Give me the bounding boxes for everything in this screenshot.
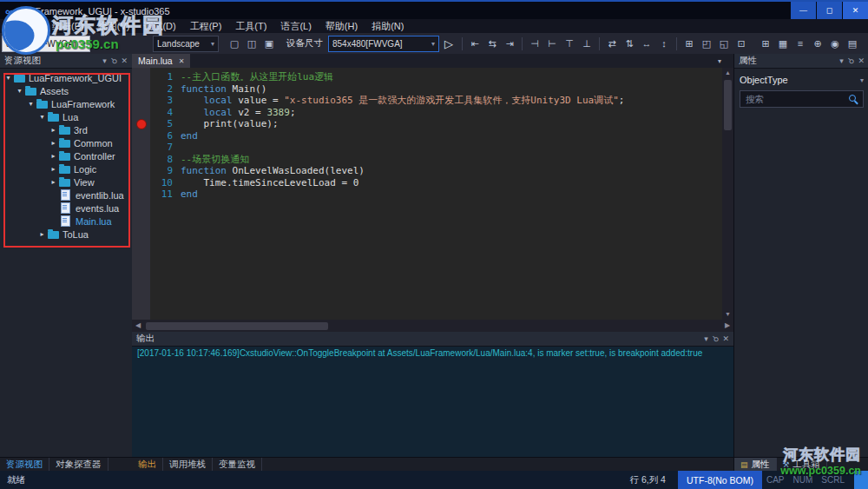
tree-item[interactable]: ▾LuaFramework_UGUI (0, 71, 132, 84)
chevron-right-icon[interactable]: ▸ (49, 165, 58, 173)
minimize-button[interactable]: — (791, 2, 816, 19)
run-button[interactable]: ▷ (444, 37, 453, 50)
pin-icon[interactable]: ⚲ (845, 56, 856, 66)
reset-size-icon[interactable]: ⊡ (733, 36, 750, 51)
same-height-icon[interactable]: ↕ (655, 36, 673, 51)
code-text: function OnLevelWasLoaded(level) (181, 165, 365, 176)
tree-item[interactable]: eventlib.lua (0, 188, 132, 202)
same-size-icon[interactable]: ⊞ (681, 36, 698, 51)
code-area[interactable]: 1--主入口函数。从这里开始lua逻辑2function Main()3 loc… (132, 68, 722, 320)
zoom-icon[interactable]: ⊕ (809, 36, 826, 51)
tab-输出[interactable]: 输出 (132, 458, 163, 471)
tree-item[interactable]: ▸ToLua (0, 228, 132, 241)
editor-horizontal-scrollbar[interactable]: ◀ ▶ (132, 320, 733, 332)
tree-item[interactable]: ▸Common (0, 136, 132, 149)
chevron-down-icon: ▾ (79, 40, 86, 48)
save-all-icon[interactable]: ▣ (260, 36, 278, 51)
align-right-icon[interactable]: ⊢ (543, 36, 561, 51)
scroll-right-icon[interactable]: ▶ (721, 320, 733, 332)
tree-item[interactable]: ▾Assets (0, 84, 132, 97)
breakpoint-cell[interactable] (132, 119, 150, 129)
align-center-horizontal-icon[interactable]: ⇄ (603, 36, 621, 51)
layout-options-icon[interactable]: ▤ (844, 36, 861, 51)
tree-item[interactable]: ▸3rd (0, 123, 132, 136)
chevron-down-icon[interactable]: ▾ (3, 74, 13, 82)
close-icon[interactable]: ✕ (121, 56, 128, 65)
panel-menu-icon[interactable]: ▾ (102, 56, 107, 65)
chevron-down-icon[interactable]: ▾ (15, 87, 24, 95)
fit-width-icon[interactable]: ◰ (698, 36, 715, 51)
pin-icon[interactable]: ⚲ (710, 334, 720, 344)
menu-item[interactable]: 工具(T) (228, 20, 273, 33)
menu-item[interactable]: 调试(D) (136, 20, 182, 33)
menu-item[interactable]: 编辑(E) (45, 20, 91, 33)
status-encoding[interactable]: UTF-8(No BOM) (678, 471, 762, 489)
close-icon[interactable]: ✕ (179, 57, 185, 65)
menu-item[interactable]: 帮助(H) (319, 20, 365, 33)
resize-grip[interactable] (854, 471, 868, 489)
scroll-up-icon[interactable]: ▲ (722, 68, 733, 78)
panel-menu-icon[interactable]: ▾ (704, 334, 708, 343)
same-width-icon[interactable]: ↔ (638, 36, 655, 51)
chevron-right-icon[interactable]: ▸ (37, 230, 47, 238)
distribute-right-icon[interactable]: ⇥ (501, 36, 518, 51)
tree-item[interactable]: ▸Controller (0, 149, 132, 162)
panel-menu-icon[interactable]: ▾ (839, 56, 844, 65)
orientation-combo[interactable]: Landscape▾ (153, 36, 219, 52)
scroll-down-icon[interactable]: ▼ (722, 309, 733, 320)
distribute-center-icon[interactable]: ⇆ (483, 36, 501, 51)
scroll-left-icon[interactable]: ◀ (132, 320, 144, 332)
save-icon[interactable]: ◫ (243, 36, 260, 51)
tab-对象探查器[interactable]: 对象探查器 (49, 458, 108, 471)
close-icon[interactable]: ✕ (858, 56, 865, 65)
maximize-button[interactable]: ◻ (817, 2, 842, 19)
menu-item[interactable]: 捐助(N) (365, 20, 411, 33)
show-grid-icon[interactable]: ▦ (774, 36, 792, 51)
chevron-right-icon[interactable]: ▸ (49, 126, 58, 134)
tree-item[interactable]: ▾Lua (0, 110, 132, 123)
tab-list-icon[interactable]: ▾ (718, 57, 721, 65)
tab-工具箱[interactable]: ⚒工具箱 (777, 458, 828, 471)
tree-item[interactable]: ▸Logic (0, 162, 132, 175)
chevron-right-icon[interactable]: ▸ (49, 139, 58, 147)
tab-调用堆栈[interactable]: 调用堆栈 (163, 458, 213, 471)
resource-tree[interactable]: ▾LuaFramework_UGUI▾Assets▾LuaFramework▾L… (0, 68, 132, 458)
align-bottom-icon[interactable]: ⊥ (578, 36, 595, 51)
breakpoint-marker[interactable] (136, 119, 147, 129)
tree-item[interactable]: events.lua (0, 202, 132, 215)
object-type-selector[interactable]: ObjectType ▾ (740, 75, 864, 85)
tab-main-lua[interactable]: Main.lua ✕ (132, 54, 190, 68)
search-input[interactable] (744, 93, 848, 105)
align-center-vertical-icon[interactable]: ⇅ (621, 36, 638, 51)
chevron-down-icon[interactable]: ▾ (26, 100, 36, 108)
guides-icon[interactable]: ≡ (792, 36, 809, 51)
align-left-icon[interactable]: ⊣ (526, 36, 543, 51)
fit-height-icon[interactable]: ◱ (715, 36, 733, 51)
pin-icon[interactable]: ⚲ (108, 56, 119, 66)
close-button[interactable]: ✕ (843, 2, 868, 19)
menu-item[interactable]: 视图(V) (91, 20, 137, 33)
menu-item[interactable]: 语言(L) (273, 20, 318, 33)
tab-变量监视[interactable]: 变量监视 (213, 458, 262, 471)
anchor-icon[interactable]: ◉ (826, 36, 844, 51)
resolution-combo[interactable]: 854x480[FWVGA]▾ (2, 36, 90, 52)
align-top-icon[interactable]: ⊤ (561, 36, 578, 51)
close-icon[interactable]: ✕ (722, 334, 729, 343)
editor-vertical-scrollbar[interactable]: ▲ ▼ (722, 68, 733, 320)
device-size-combo[interactable]: 854x480[FWVGA]▾ (328, 36, 439, 52)
tree-item[interactable]: Main.lua (0, 215, 132, 228)
distribute-left-icon[interactable]: ⇤ (466, 36, 483, 51)
tree-item[interactable]: ▾LuaFramework (0, 97, 132, 110)
tab-属性[interactable]: ▤属性 (734, 458, 777, 471)
chevron-right-icon[interactable]: ▸ (49, 178, 58, 186)
tree-item[interactable]: ▸View (0, 175, 132, 188)
chevron-down-icon[interactable]: ▾ (37, 113, 47, 121)
tab-资源视图[interactable]: 资源视图 (0, 458, 49, 471)
search-icon[interactable] (848, 94, 859, 105)
new-file-icon[interactable]: ▢ (226, 36, 243, 51)
menu-item[interactable]: 工程(P) (183, 20, 229, 33)
menu-item[interactable]: 文件(F) (0, 20, 45, 33)
snap-grid-icon[interactable]: ⊞ (757, 36, 774, 51)
toolbar-group: ⊞◰◱⊡ (681, 36, 750, 51)
chevron-right-icon[interactable]: ▸ (49, 152, 58, 160)
